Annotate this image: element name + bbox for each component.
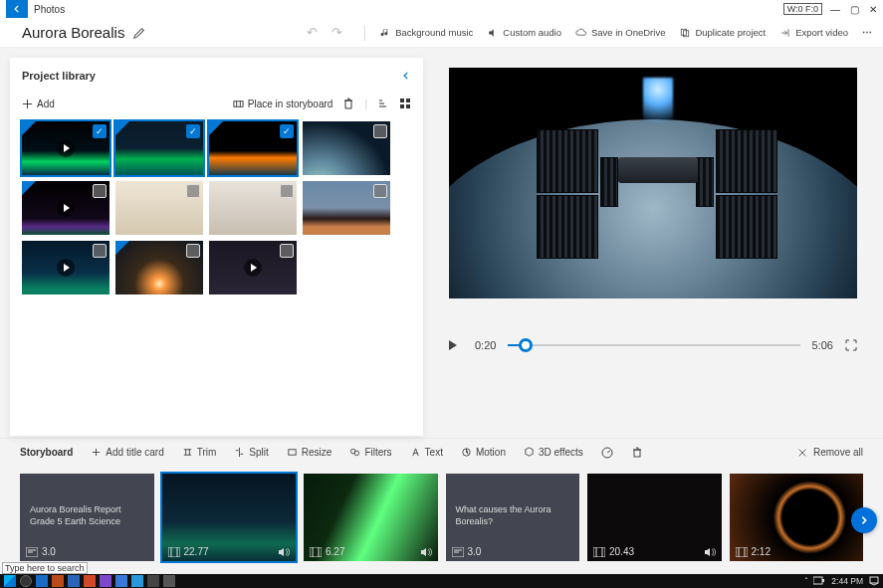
back-button[interactable] xyxy=(6,0,28,18)
thumb-checkbox[interactable] xyxy=(373,184,387,198)
taskbar-app-icon[interactable] xyxy=(36,575,48,587)
background-music-button[interactable]: Background music xyxy=(379,27,473,39)
seek-slider[interactable] xyxy=(508,344,799,346)
taskbar-app-icon[interactable] xyxy=(68,575,80,587)
battery-icon[interactable] xyxy=(813,576,825,586)
taskbar-app-icon[interactable] xyxy=(163,575,175,587)
thumb-checkbox[interactable] xyxy=(280,244,294,258)
library-thumb[interactable] xyxy=(115,181,203,235)
add-title-card-button[interactable]: Add title card xyxy=(91,447,163,458)
library-thumb[interactable] xyxy=(22,181,110,235)
search-hint[interactable]: Type here to search xyxy=(2,562,88,574)
3d-effects-button[interactable]: 3D effects xyxy=(524,447,583,458)
thumb-checkbox[interactable]: ✓ xyxy=(93,124,107,138)
taskbar-app-icon[interactable] xyxy=(147,575,159,587)
storyboard-clip[interactable]: 22.77 xyxy=(162,474,297,561)
library-thumb[interactable] xyxy=(303,121,390,175)
taskbar-app-icon[interactable] xyxy=(52,575,64,587)
add-media-button[interactable]: Add xyxy=(22,98,55,109)
taskbar-app-icon[interactable] xyxy=(100,575,111,587)
divider xyxy=(364,25,365,41)
play-overlay-icon xyxy=(57,259,75,277)
storyboard-strip[interactable]: Aurora Borealis Report Grade 5 Earth Sci… xyxy=(0,466,883,575)
thumb-checkbox[interactable] xyxy=(373,124,387,138)
clip-meta: 6.27 xyxy=(310,546,344,557)
selected-corner-icon xyxy=(115,121,129,135)
collapse-library-button[interactable] xyxy=(401,71,411,81)
trim-button[interactable]: Trim xyxy=(182,447,217,458)
clock[interactable]: 2:44 PM xyxy=(831,576,863,586)
window-close[interactable]: ✕ xyxy=(869,4,877,15)
motion-button[interactable]: Motion xyxy=(461,447,506,458)
library-thumb[interactable] xyxy=(303,181,390,235)
preview-solar-panel xyxy=(600,157,618,207)
storyboard-clip[interactable]: Aurora Borealis Report Grade 5 Earth Sci… xyxy=(20,474,154,561)
speed-button[interactable] xyxy=(601,447,613,459)
thumb-checkbox[interactable] xyxy=(93,184,107,198)
svg-rect-19 xyxy=(813,577,822,584)
split-button[interactable]: Split xyxy=(234,447,268,458)
duplicate-project-button[interactable]: Duplicate project xyxy=(679,27,766,39)
library-thumb[interactable] xyxy=(209,241,297,294)
tray-chevron-icon[interactable]: ˆ xyxy=(805,576,808,586)
taskbar-app-icon[interactable] xyxy=(131,575,143,587)
filters-button[interactable]: Filters xyxy=(349,447,391,458)
sort-icon[interactable] xyxy=(377,98,389,109)
view-grid-icon[interactable] xyxy=(399,98,411,109)
seek-thumb[interactable] xyxy=(519,338,533,352)
library-thumb[interactable]: ✓ xyxy=(115,121,203,175)
cortana-icon[interactable] xyxy=(20,575,32,587)
remove-all-button[interactable]: Remove all xyxy=(797,447,863,458)
video-preview[interactable] xyxy=(449,68,857,298)
undo-button[interactable]: ↶ xyxy=(307,25,318,40)
preview-solar-panel xyxy=(716,129,777,193)
save-onedrive-button[interactable]: Save in OneDrive xyxy=(575,27,665,39)
library-thumb[interactable] xyxy=(22,241,110,294)
redo-button[interactable]: ↷ xyxy=(331,25,342,40)
plus-icon xyxy=(91,447,102,458)
thumb-checkbox[interactable]: ✓ xyxy=(280,124,294,138)
delete-clip-button[interactable] xyxy=(631,447,643,459)
motion-icon xyxy=(461,447,472,458)
thumb-checkbox[interactable] xyxy=(186,184,200,198)
thumb-checkbox[interactable] xyxy=(280,184,294,198)
text-button[interactable]: Text xyxy=(410,447,443,458)
library-thumb[interactable] xyxy=(209,181,297,235)
resize-button[interactable]: Resize xyxy=(287,447,332,458)
export-video-button[interactable]: Export video xyxy=(779,27,848,39)
library-thumb[interactable]: ✓ xyxy=(209,121,297,175)
windows-taskbar[interactable]: ˆ 2:44 PM xyxy=(0,574,883,588)
storyboard-clip[interactable]: 6.27 xyxy=(304,474,438,561)
thumb-checkbox[interactable]: ✓ xyxy=(186,124,200,138)
storyboard-clip[interactable]: What causes the Aurora Borealis?3.0 xyxy=(446,474,580,561)
play-button[interactable] xyxy=(449,338,463,352)
chevron-left-icon xyxy=(401,71,411,81)
selected-corner-icon xyxy=(115,241,129,255)
taskbar-app-icon[interactable] xyxy=(115,575,127,587)
storyboard-next-button[interactable] xyxy=(851,507,877,533)
library-thumb[interactable] xyxy=(115,241,203,294)
thumb-checkbox[interactable] xyxy=(186,244,200,258)
trim-icon xyxy=(182,447,193,458)
duplicate-icon xyxy=(679,27,691,39)
storyboard-clip[interactable]: 20.43 xyxy=(587,474,722,561)
thumb-checkbox[interactable] xyxy=(93,244,107,258)
window-minimize[interactable]: — xyxy=(830,4,840,15)
taskbar-app-icon[interactable] xyxy=(84,575,96,587)
svg-rect-5 xyxy=(400,104,404,108)
fullscreen-icon[interactable] xyxy=(845,339,857,351)
custom-audio-button[interactable]: Custom audio xyxy=(487,27,561,39)
edit-title-icon[interactable] xyxy=(132,26,146,40)
storyboard-clip[interactable]: 2:12 xyxy=(730,474,864,561)
notifications-icon[interactable] xyxy=(869,576,879,586)
start-button[interactable] xyxy=(4,575,16,587)
more-options-button[interactable]: ⋯ xyxy=(862,27,873,38)
preview-flare xyxy=(643,78,673,137)
svg-rect-12 xyxy=(634,450,640,457)
delete-icon[interactable] xyxy=(342,98,354,109)
current-time: 0:20 xyxy=(475,339,496,351)
library-thumb[interactable]: ✓ xyxy=(22,121,110,175)
place-in-storyboard-button[interactable]: Place in storyboard xyxy=(233,98,333,109)
window-maximize[interactable]: ▢ xyxy=(850,4,859,15)
svg-rect-21 xyxy=(870,577,878,583)
